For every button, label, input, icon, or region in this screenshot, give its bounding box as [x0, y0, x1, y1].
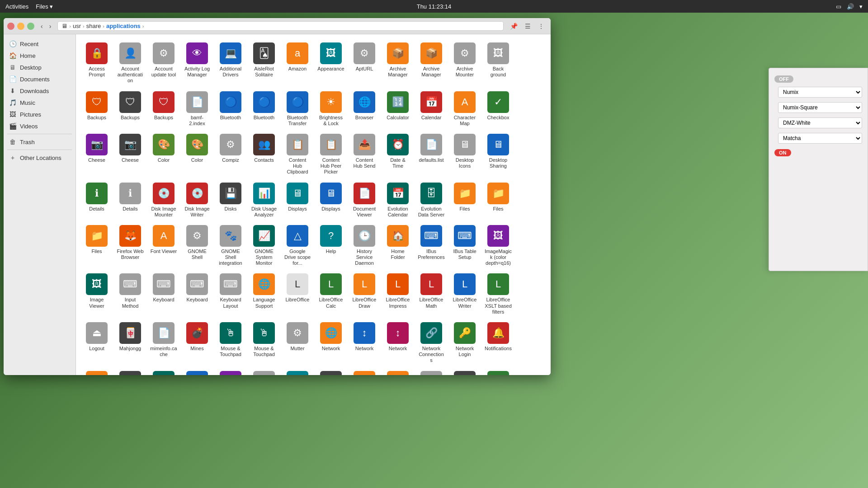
file-item[interactable]: 🂡AisleRiot Solitaire [249, 40, 279, 87]
file-item[interactable]: 📁Numix Folders [81, 368, 112, 375]
theme-select-4[interactable]: Matcha [778, 133, 862, 144]
file-item[interactable]: 🖥Desktop Sharing [483, 131, 514, 178]
file-item[interactable]: 📁Files [81, 222, 112, 269]
toggle-off[interactable]: OFF [774, 75, 793, 83]
file-item[interactable]: 📷Cheese [115, 131, 146, 178]
file-item[interactable]: ⚙Compiz [215, 131, 246, 178]
file-item[interactable]: ⚙AptURL [349, 40, 380, 87]
file-item[interactable]: ℹDetails [115, 180, 146, 221]
file-item[interactable]: 🖥Desktop Icons [449, 131, 480, 178]
file-item[interactable]: ⌨Keyboard [148, 271, 179, 318]
file-item[interactable]: 🖥Displays [282, 180, 313, 221]
file-item[interactable]: 📂Personal File Sharing [349, 368, 380, 375]
minimize-button[interactable] [17, 23, 24, 30]
file-item[interactable]: 🛡Backups [81, 89, 112, 129]
file-item[interactable]: 🖼Image Viewer [81, 271, 112, 318]
theme-select-3[interactable]: DMZ-White [778, 117, 862, 128]
file-item[interactable]: 🔵Bluetooth [249, 89, 279, 129]
sidebar-item-pictures[interactable]: 🖼 Pictures [4, 108, 75, 120]
file-item[interactable]: ☁Online Accounts [282, 368, 313, 375]
file-item[interactable]: ⚙Archive Mounter [449, 40, 480, 87]
file-item[interactable]: 🖱Mouse & Touchpad [215, 319, 246, 366]
file-item[interactable]: 🔢Calculator [382, 89, 413, 129]
file-item[interactable]: 🔒Access Prompt [81, 40, 112, 87]
sidebar-item-home[interactable]: 🏠 Home [4, 50, 75, 61]
file-item[interactable]: 💿Disk Image Mounter [148, 180, 179, 221]
file-item[interactable]: LLibreOffice Impress [382, 271, 413, 318]
pin-button[interactable]: 📌 [507, 21, 520, 32]
file-item[interactable]: 📄mimeinfo.cache [148, 319, 179, 366]
file-item[interactable]: ⌨IBus Preferences [416, 222, 447, 269]
toggle-on[interactable]: ON [774, 149, 791, 156]
theme-select-2[interactable]: Numix-Square [778, 102, 862, 113]
files-menu-button[interactable]: Files ▾ [36, 3, 53, 10]
file-item[interactable]: 💿Disk Image Writer [182, 180, 212, 221]
file-item[interactable]: ☀Brightness & Lock [316, 89, 346, 129]
file-item[interactable]: ☁Online Accounts [249, 368, 279, 375]
sidebar-item-videos[interactable]: 🎬 Videos [4, 120, 75, 132]
file-item[interactable]: 📋Content Hub Peer Picker [316, 131, 346, 178]
file-item[interactable]: 🔑Network Login [449, 319, 480, 366]
file-item[interactable]: 🔵Bluetooth [215, 89, 246, 129]
file-item[interactable]: ☁Online Accounts [182, 368, 212, 375]
file-item[interactable]: 👤Account authentication [115, 40, 146, 87]
file-item[interactable]: 🖱Mouse & Touchpad [249, 319, 279, 366]
screen-icon[interactable]: ▭ [836, 3, 841, 10]
file-item[interactable]: 🛡Backups [148, 89, 179, 129]
file-item[interactable]: AFont Viewer [148, 222, 179, 269]
activities-button[interactable]: Activities [5, 3, 28, 10]
file-item[interactable]: 📞Phone Calls [416, 368, 447, 375]
file-item[interactable]: 🔵Bluetooth Transfer [282, 89, 313, 129]
sidebar-item-trash[interactable]: 🗑 Trash [4, 136, 75, 148]
file-item[interactable]: 💣Mines [182, 319, 212, 366]
file-item[interactable]: ⏰Date & Time [382, 131, 413, 178]
file-item[interactable]: LLibreOffice Draw [349, 271, 380, 318]
file-item[interactable]: ⌨Onboard [115, 368, 146, 375]
file-item[interactable]: 🖼ImageMagick (color depth=q16) [483, 222, 514, 269]
file-item[interactable]: ⌨IBus Table Setup [449, 222, 480, 269]
file-item[interactable]: ⚙Mutter [282, 319, 313, 366]
file-item[interactable]: 📷Cheese [81, 131, 112, 178]
sidebar-item-desktop[interactable]: 🖥 Desktop [4, 61, 75, 73]
file-item[interactable]: LLibreOffice [282, 271, 313, 318]
file-item[interactable]: 🛡Backups [115, 89, 146, 129]
back-button[interactable]: ‹ [38, 22, 46, 31]
file-item[interactable]: 📦Archive Manager [416, 40, 447, 87]
sidebar-item-downloads[interactable]: ⬇ Downloads [4, 85, 75, 97]
maximize-button[interactable] [27, 23, 34, 30]
file-item[interactable]: 📦Archive Manager [382, 40, 413, 87]
file-item[interactable]: 🎨Color [182, 131, 212, 178]
file-item[interactable]: 🌐Language Support [249, 271, 279, 318]
file-item[interactable]: 📈GNOME System Monitor [249, 222, 279, 269]
file-item[interactable]: △Google Drive scope for... [282, 222, 313, 269]
file-item[interactable]: 🐾GNOME Shell integration [215, 222, 246, 269]
file-item[interactable]: 🌐Network [316, 319, 346, 366]
file-item[interactable]: LLibreOffice Calc [316, 271, 346, 318]
file-item[interactable]: ⚡Power [483, 368, 514, 375]
sidebar-item-other[interactable]: + Other Locations [4, 152, 75, 164]
file-item[interactable]: 📷Photos lens for Unity [449, 368, 480, 375]
file-item[interactable]: 🌐Browser [349, 89, 380, 129]
file-item[interactable]: ⌨Keyboard [182, 271, 212, 318]
file-item[interactable]: 📄defaults.list [416, 131, 447, 178]
file-item[interactable]: 📤Content Hub Send [349, 131, 380, 178]
file-item[interactable]: ↕Network [349, 319, 380, 366]
file-item[interactable]: ⚙Account update tool [148, 40, 179, 87]
file-item[interactable]: 📋Content Hub Clipboard [282, 131, 313, 178]
file-item[interactable]: 💻Additional Drivers [215, 40, 246, 87]
file-item[interactable]: 👁Activity Log Manager [182, 40, 212, 87]
file-item[interactable]: ⌨Keyboard Layout [215, 271, 246, 318]
file-item[interactable]: 🔔Notifications [483, 319, 514, 366]
file-item[interactable]: 🎨Color [148, 131, 179, 178]
file-item[interactable]: 📅Calendar [416, 89, 447, 129]
file-item[interactable]: 🖼Back ground [483, 40, 514, 87]
file-item[interactable]: 📊Disk Usage Analyzer [249, 180, 279, 221]
file-item[interactable]: 💾Disks [215, 180, 246, 221]
file-item[interactable]: 📁Files [483, 180, 514, 221]
file-item[interactable]: aAmazon [282, 40, 313, 87]
file-item[interactable]: ?Help [316, 222, 346, 269]
theme-select-1[interactable]: Numix [778, 87, 862, 98]
file-item[interactable]: ✓Checkbox [483, 89, 514, 129]
file-item[interactable]: 📄bamf-2.index [182, 89, 212, 129]
file-item[interactable]: ↕Network [382, 319, 413, 366]
